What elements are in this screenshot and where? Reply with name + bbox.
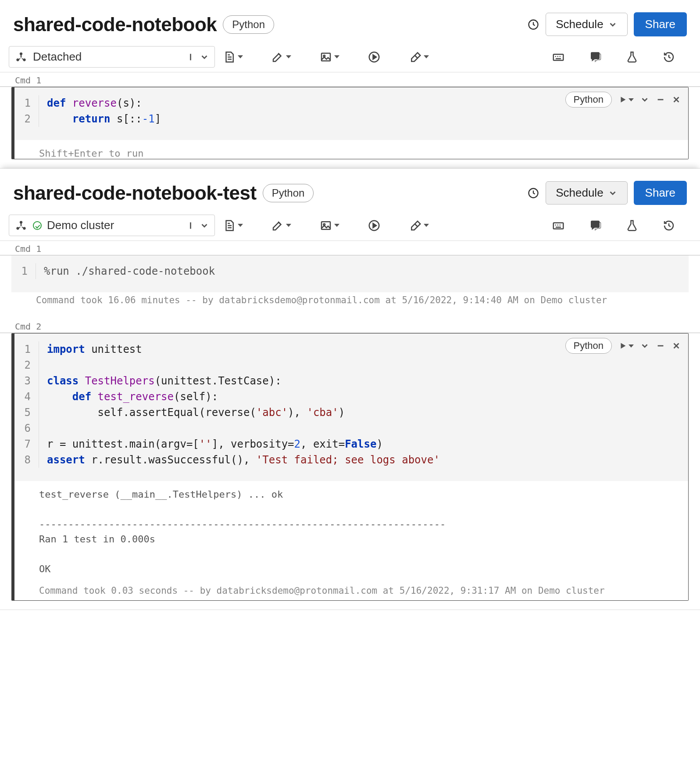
edit-icon — [271, 50, 284, 64]
svg-point-11 — [23, 227, 25, 230]
delete-cell-button[interactable] — [671, 95, 681, 104]
comment-icon — [589, 219, 602, 232]
image-menu[interactable] — [315, 48, 344, 66]
cell-toolbar: Python — [565, 92, 682, 108]
bar-icon — [188, 52, 198, 62]
cmd-label: Cmd 1 — [0, 241, 700, 255]
beaker-button[interactable] — [621, 216, 643, 235]
playsolid-icon — [618, 95, 628, 104]
schedule-label: Schedule — [556, 18, 603, 31]
collapse-cell-button[interactable] — [640, 341, 650, 351]
code-cell[interactable]: 1%run ./shared-code-notebookCommand took… — [11, 255, 689, 310]
code-cell[interactable]: Python12def reverse(s): return s[::-1]Sh… — [11, 87, 689, 159]
keyboard-button[interactable] — [547, 216, 569, 235]
notebook-header: shared-code-notebook-testPythonScheduleS… — [0, 169, 700, 212]
collapse-cell-button[interactable] — [640, 95, 650, 104]
file-menu[interactable] — [218, 216, 247, 235]
play-menu[interactable] — [363, 216, 385, 235]
comment-button[interactable] — [584, 48, 606, 66]
file-menu[interactable] — [218, 48, 247, 66]
image-menu[interactable] — [315, 216, 344, 235]
edit-icon — [271, 219, 284, 232]
image-icon — [319, 219, 332, 232]
svg-point-9 — [20, 221, 22, 223]
svg-point-10 — [16, 227, 19, 230]
edit-menu[interactable] — [267, 216, 296, 235]
delete-cell-button[interactable] — [671, 341, 681, 351]
schedule-button[interactable]: Schedule — [546, 13, 627, 36]
beaker-icon — [625, 219, 639, 232]
clock-icon — [527, 187, 539, 199]
cluster-icon — [14, 219, 28, 232]
notebook: shared-code-notebookPythonScheduleShareD… — [0, 0, 700, 169]
notebook-header: shared-code-notebookPythonScheduleShare — [0, 0, 700, 43]
run-cell-button[interactable] — [618, 341, 634, 351]
schedule-button[interactable]: Schedule — [546, 181, 627, 204]
cell-toolbar: Python — [565, 338, 682, 354]
run-cell-button[interactable] — [618, 95, 634, 104]
eraser-menu[interactable] — [404, 216, 433, 235]
eraser-icon — [409, 219, 422, 232]
history-button[interactable] — [658, 48, 680, 66]
code-editor[interactable]: 1%run ./shared-code-notebook — [11, 255, 689, 292]
code-content[interactable]: %run ./shared-code-notebook — [36, 263, 215, 279]
line-gutter: 12345678 — [14, 341, 39, 468]
chevdown-icon — [200, 52, 209, 62]
line-gutter: 12 — [14, 95, 39, 127]
toolbar: Detached — [0, 43, 700, 72]
svg-point-3 — [23, 58, 25, 61]
notebook: shared-code-notebook-testPythonScheduleS… — [0, 169, 700, 610]
eraser-menu[interactable] — [404, 48, 433, 66]
comment-icon — [589, 50, 602, 64]
image-icon — [319, 50, 332, 64]
schedule-label: Schedule — [556, 186, 603, 200]
code-content[interactable]: import unittest class TestHelpers(unitte… — [39, 341, 440, 468]
code-cell[interactable]: Python12345678import unittest class Test… — [11, 333, 689, 601]
cell-meta: Command took 16.06 minutes -- by databri… — [11, 292, 689, 310]
file-icon — [223, 219, 236, 232]
beaker-button[interactable] — [621, 48, 643, 66]
play-icon — [368, 50, 381, 64]
chevdown-icon — [608, 188, 618, 198]
line-gutter: 1 — [11, 263, 36, 279]
language-pill[interactable]: Python — [223, 15, 274, 34]
svg-rect-15 — [554, 222, 564, 229]
cell-language-pill[interactable]: Python — [565, 92, 612, 108]
cmd-label: Cmd 1 — [0, 72, 700, 87]
history-button[interactable] — [658, 216, 680, 235]
cell-output: test_reverse (__main__.TestHelpers) ... … — [14, 481, 688, 583]
svg-rect-12 — [321, 222, 330, 230]
comment-button[interactable] — [584, 216, 606, 235]
cluster-selector[interactable]: Detached — [9, 46, 215, 68]
cell-language-pill[interactable]: Python — [565, 338, 612, 354]
share-button[interactable]: Share — [634, 12, 687, 36]
playsolid-icon — [618, 341, 628, 351]
cluster-label: Detached — [33, 50, 82, 64]
play-menu[interactable] — [363, 48, 385, 66]
language-pill[interactable]: Python — [263, 184, 314, 202]
keyboard-button[interactable] — [547, 48, 569, 66]
clock-icon — [527, 18, 539, 31]
keyboard-icon — [552, 50, 565, 64]
code-content[interactable]: def reverse(s): return s[::-1] — [39, 95, 161, 127]
svg-rect-4 — [321, 53, 330, 61]
minimize-cell-button[interactable] — [656, 95, 665, 104]
svg-point-2 — [16, 58, 19, 61]
run-hint: Shift+Enter to run — [14, 140, 688, 159]
history-icon — [662, 50, 675, 64]
cluster-dropdown[interactable] — [188, 52, 209, 62]
minimize-cell-button[interactable] — [656, 341, 665, 351]
edit-menu[interactable] — [267, 48, 296, 66]
play-icon — [368, 219, 381, 232]
svg-rect-7 — [554, 54, 564, 60]
cluster-selector[interactable]: Demo cluster — [9, 215, 215, 236]
cell-meta: Command took 0.03 seconds -- by databric… — [14, 583, 688, 600]
cluster-dropdown[interactable] — [188, 221, 209, 230]
code-editor[interactable]: 12345678import unittest class TestHelper… — [14, 334, 688, 481]
beaker-icon — [625, 50, 639, 64]
file-icon — [223, 50, 236, 64]
notebook-title: shared-code-notebook — [13, 14, 217, 36]
status-ok-icon — [33, 221, 42, 230]
share-button[interactable]: Share — [634, 181, 687, 205]
cmd-label: Cmd 2 — [0, 319, 700, 333]
